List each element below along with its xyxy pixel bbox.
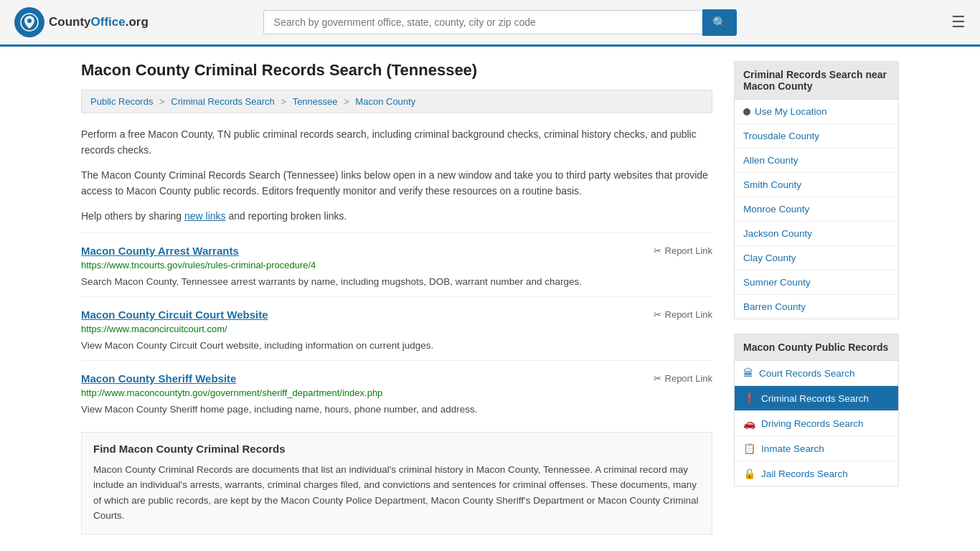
result-header-2: Macon County Circuit Court Website ✂ Rep… [81,309,712,321]
sidebar-trousdale-county[interactable]: Trousdale County [735,124,898,149]
new-links-link[interactable]: new links [184,210,226,222]
use-location-label: Use My Location [755,106,827,117]
court-records-icon: 🏛 [743,367,753,379]
breadcrumb-criminal-records[interactable]: Criminal Records Search [171,96,275,107]
find-section-text: Macon County Criminal Records are docume… [93,462,700,524]
result-item-2: Macon County Circuit Court Website ✂ Rep… [81,296,712,360]
result-item-3: Macon County Sheriff Website ✂ Report Li… [81,360,712,424]
nearby-links-container: Use My Location Trousdale County Allen C… [734,100,899,319]
pub-record-court-records[interactable]: 🏛 Court Records Search [735,361,898,386]
pub-record-criminal-records[interactable]: ❗ Criminal Records Search [735,386,898,411]
breadcrumb-sep-3: > [344,96,352,107]
scissors-icon-1: ✂ [654,245,661,256]
site-logo[interactable]: CountyOffice.org [14,7,149,37]
report-link-1[interactable]: ✂ Report Link [654,245,712,256]
breadcrumb: Public Records > Criminal Records Search… [81,90,712,113]
result-url-3[interactable]: http://www.maconcountytn.gov/government/… [81,387,712,398]
result-item-1: Macon County Arrest Warrants ✂ Report Li… [81,232,712,296]
sidebar: Criminal Records Search near Macon Count… [734,61,899,534]
public-records-links-container: 🏛 Court Records Search ❗ Criminal Record… [734,361,899,486]
public-records-title: Macon County Public Records [734,334,899,361]
location-dot-icon [743,108,750,116]
report-link-3[interactable]: ✂ Report Link [654,373,712,384]
public-records-section: Macon County Public Records 🏛 Court Reco… [734,334,899,486]
result-desc-2: View Macon County Circuit Court website,… [81,339,712,353]
sidebar-smith-county[interactable]: Smith County [735,173,898,197]
description-para-3: Help others by sharing new links and rep… [81,208,712,224]
result-header-1: Macon County Arrest Warrants ✂ Report Li… [81,245,712,257]
pub-record-driving-records[interactable]: 🚗 Driving Records Search [735,411,898,436]
pub-record-jail-label: Jail Records Search [761,468,848,479]
breadcrumb-sep-2: > [281,96,288,107]
sidebar-clay-county[interactable]: Clay County [735,246,898,270]
description-para-1: Perform a free Macon County, TN public c… [81,126,712,159]
logo-text: CountyOffice.org [49,15,149,29]
search-input[interactable] [263,10,702,34]
inmate-search-icon: 📋 [743,443,755,454]
report-link-2[interactable]: ✂ Report Link [654,309,712,320]
find-section-title: Find Macon County Criminal Records [93,443,700,455]
pub-record-inmate-label: Inmate Search [761,443,824,454]
sidebar-barren-county[interactable]: Barren County [735,295,898,319]
sidebar-monroe-county[interactable]: Monroe County [735,197,898,222]
result-url-2[interactable]: https://www.maconcircuitcourt.com/ [81,324,712,334]
breadcrumb-sep-1: > [159,96,167,107]
result-title-2[interactable]: Macon County Circuit Court Website [81,309,268,321]
menu-button[interactable]: ☰ [951,13,966,32]
content-area: Macon County Criminal Records Search (Te… [81,61,712,534]
criminal-records-icon: ❗ [743,392,755,404]
result-url-1[interactable]: https://www.tncourts.gov/rules/rules-cri… [81,260,712,270]
pub-record-jail-records[interactable]: 🔒 Jail Records Search [735,461,898,486]
nearby-section-title: Criminal Records Search near Macon Count… [734,61,899,100]
description-para-2: The Macon County Criminal Records Search… [81,167,712,199]
pub-record-inmate-search[interactable]: 📋 Inmate Search [735,436,898,461]
description-para-3-prefix: Help others by sharing [81,210,184,222]
scissors-icon-2: ✂ [654,309,661,320]
find-section: Find Macon County Criminal Records Macon… [81,432,712,534]
driving-records-icon: 🚗 [743,418,755,429]
description-section: Perform a free Macon County, TN public c… [81,126,712,224]
page-title: Macon County Criminal Records Search (Te… [81,61,712,80]
site-header: CountyOffice.org 🔍 ☰ [0,0,980,47]
sidebar-allen-county[interactable]: Allen County [735,149,898,173]
breadcrumb-tennessee[interactable]: Tennessee [293,96,338,107]
result-title-1[interactable]: Macon County Arrest Warrants [81,245,239,257]
svg-point-1 [27,19,32,23]
main-container: Macon County Criminal Records Search (Te… [67,47,913,549]
breadcrumb-macon-county[interactable]: Macon County [355,96,415,107]
sidebar-sumner-county[interactable]: Sumner County [735,270,898,295]
nearby-section: Criminal Records Search near Macon Count… [734,61,899,319]
result-desc-3: View Macon County Sheriff home page, inc… [81,402,712,417]
result-header-3: Macon County Sheriff Website ✂ Report Li… [81,372,712,385]
search-button[interactable]: 🔍 [702,9,737,36]
breadcrumb-public-records[interactable]: Public Records [90,96,153,107]
scissors-icon-3: ✂ [654,373,661,384]
pub-record-criminal-label: Criminal Records Search [761,393,869,404]
result-desc-1: Search Macon County, Tennessee arrest wa… [81,275,712,289]
result-title-3[interactable]: Macon County Sheriff Website [81,372,236,385]
description-para-3-suffix: and reporting broken links. [226,210,347,222]
jail-records-icon: 🔒 [743,468,755,479]
pub-record-court-label: Court Records Search [759,368,855,379]
sidebar-jackson-county[interactable]: Jackson County [735,222,898,246]
search-container: 🔍 [263,9,737,36]
use-location-link[interactable]: Use My Location [735,100,898,124]
pub-record-driving-label: Driving Records Search [761,418,864,429]
logo-icon [14,7,44,37]
